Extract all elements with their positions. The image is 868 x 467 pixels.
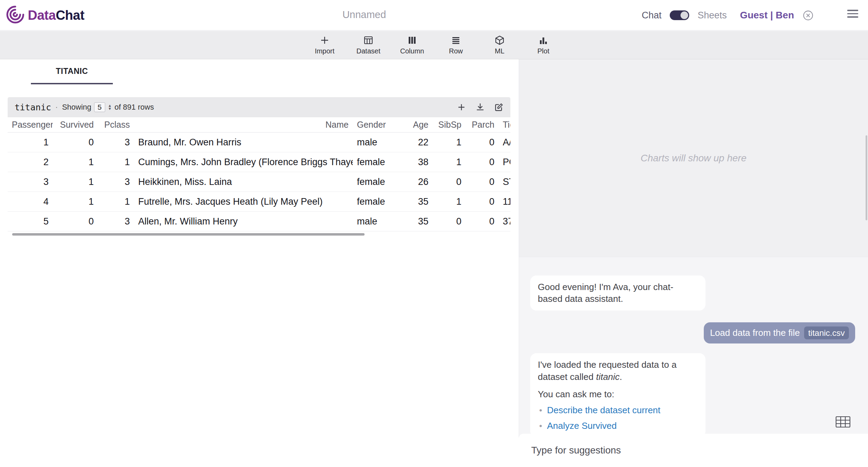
total-rows-label: of 891 rows	[115, 103, 154, 112]
columns-icon	[407, 35, 417, 45]
table-cell: 3	[8, 177, 53, 187]
column-header[interactable]: Survived	[53, 120, 98, 130]
table-cell: 2	[8, 157, 53, 168]
right-panel: Charts will show up here Good evening! I…	[519, 59, 868, 467]
assistant-message: I've loaded the requested data to a data…	[530, 353, 706, 434]
chat-input[interactable]	[531, 445, 844, 456]
sheets-mode-label[interactable]: Sheets	[698, 10, 727, 21]
app-header: DataChat Unnamed Chat Sheets Guest | Ben	[0, 0, 868, 31]
column-header[interactable]: PassengerId	[8, 120, 53, 130]
edit-icon[interactable]	[494, 103, 503, 112]
suggestion-link-analyze[interactable]: Analyze Survived	[547, 420, 617, 432]
table-cell: 1	[53, 157, 98, 168]
dataset-header-bar: titanic · Showing 5 ▲▼ of 891 rows	[8, 97, 510, 117]
dataset-actions	[457, 103, 503, 112]
assistant-message: Good evening! I'm Ava, your chat-based d…	[530, 275, 706, 311]
brand-name: DataChat	[28, 8, 84, 23]
table-cell: 5	[8, 216, 53, 227]
main-toolbar: Import Dataset Column Row ML Plot	[0, 31, 868, 59]
table-cell: Braund, Mr. Owen Harris	[134, 137, 353, 148]
close-session-icon[interactable]	[802, 10, 814, 21]
table-cell: 0	[466, 157, 499, 168]
table-cell: 0	[466, 196, 499, 207]
table-row[interactable]: 211Cumings, Mrs. John Bradley (Florence …	[8, 152, 510, 172]
user-message: Load data from the file titanic.csv	[704, 322, 855, 344]
user-session-label[interactable]: Guest | Ben	[740, 10, 794, 21]
datachat-logo[interactable]: DataChat	[6, 6, 84, 25]
list-item: Describe the dataset current	[538, 404, 698, 416]
filename-chip: titanic.csv	[804, 326, 849, 340]
table-cell: female	[353, 196, 401, 207]
row-count-control: Showing 5 ▲▼ of 891 rows	[62, 102, 154, 112]
column-header[interactable]: Pclass	[98, 120, 134, 130]
toolbar-plot-button[interactable]: Plot	[527, 35, 559, 55]
show-table-icon[interactable]	[835, 416, 851, 430]
table-cell: Heikkinen, Miss. Laina	[134, 177, 353, 187]
tab-titanic[interactable]: TITANIC	[31, 67, 113, 84]
dataset-name: titanic	[15, 102, 51, 112]
bar-chart-icon	[538, 35, 549, 45]
showing-label: Showing	[62, 103, 91, 112]
vertical-scrollbar[interactable]	[866, 135, 867, 220]
toolbar-import-button[interactable]: Import	[309, 35, 341, 55]
suggestion-link-describe[interactable]: Describe the dataset current	[547, 404, 660, 416]
suggestion-list: Describe the dataset current Analyze Sur…	[538, 404, 698, 432]
stepper-arrows-icon[interactable]: ▲▼	[108, 104, 112, 110]
chat-mode-label[interactable]: Chat	[642, 10, 661, 21]
table-icon	[363, 35, 374, 45]
table-cell: 1	[98, 157, 134, 168]
table-cell: 3	[98, 137, 134, 148]
table-cell: male	[353, 137, 401, 148]
table-cell: 0	[53, 137, 98, 148]
table-cell: 0	[53, 216, 98, 227]
column-header[interactable]: Age	[401, 120, 433, 130]
column-header[interactable]: Name	[134, 120, 353, 130]
horizontal-scrollbar[interactable]	[12, 233, 365, 236]
table-row[interactable]: 411Futrelle, Mrs. Jacques Heath (Lily Ma…	[8, 192, 510, 212]
toolbar-item-label: ML	[495, 47, 504, 55]
toolbar-column-button[interactable]: Column	[396, 35, 428, 55]
toolbar-item-label: Row	[449, 47, 463, 55]
add-icon[interactable]	[457, 103, 466, 112]
toolbar-row-button[interactable]: Row	[440, 35, 472, 55]
dataset-panel: titanic · Showing 5 ▲▼ of 891 rows Passe…	[8, 97, 510, 231]
rows-icon	[451, 35, 461, 45]
table-cell: 1	[8, 137, 53, 148]
column-header[interactable]: Gender	[353, 120, 401, 130]
table-cell: 0	[466, 137, 499, 148]
table-cell: 1	[433, 137, 466, 148]
toolbar-dataset-button[interactable]: Dataset	[352, 35, 384, 55]
table-cell: 22	[401, 137, 433, 148]
plus-icon	[319, 35, 330, 45]
toolbar-item-label: Column	[400, 47, 424, 55]
table-cell: Futrelle, Mrs. Jacques Heath (Lily May P…	[134, 196, 353, 207]
table-cell: 3	[98, 216, 134, 227]
rows-shown-stepper[interactable]: 5	[94, 102, 105, 112]
download-icon[interactable]	[476, 103, 485, 112]
cube-icon	[494, 35, 505, 45]
menu-icon[interactable]	[847, 10, 858, 18]
table-cell: 1	[433, 157, 466, 168]
toolbar-item-label: Import	[315, 47, 335, 55]
chart-panel: Charts will show up here	[519, 59, 868, 257]
assistant-paragraph: I've loaded the requested data to a data…	[538, 359, 698, 383]
chat-sheets-toggle[interactable]	[670, 10, 689, 20]
table-row[interactable]: 103Braund, Mr. Owen Harrismale2210A/5 21…	[8, 133, 510, 152]
session-title[interactable]: Unnamed	[342, 9, 386, 20]
dataset-reference: titanic	[596, 372, 620, 382]
chat-panel: Good evening! I'm Ava, your chat-based d…	[519, 257, 868, 434]
table-cell: 0	[433, 216, 466, 227]
table-cell: 38	[401, 157, 433, 168]
table-header-row: PassengerIdSurvivedPclassNameGenderAgeSi…	[8, 117, 510, 133]
table-row[interactable]: 313Heikkinen, Miss. Lainafemale2600STON/…	[8, 172, 510, 192]
table-cell: 1	[98, 196, 134, 207]
table-row[interactable]: 503Allen, Mr. William Henrymale350037345…	[8, 212, 510, 231]
table-cell: 35	[401, 196, 433, 207]
paragraph-suffix: .	[620, 372, 622, 382]
toolbar-ml-button[interactable]: ML	[484, 35, 516, 55]
column-header[interactable]: Ticket	[499, 120, 510, 130]
column-header[interactable]: SibSp	[433, 120, 466, 130]
column-header[interactable]: Parch	[466, 120, 499, 130]
table-cell: 0	[433, 177, 466, 187]
table-cell: PC 17599	[499, 157, 510, 168]
